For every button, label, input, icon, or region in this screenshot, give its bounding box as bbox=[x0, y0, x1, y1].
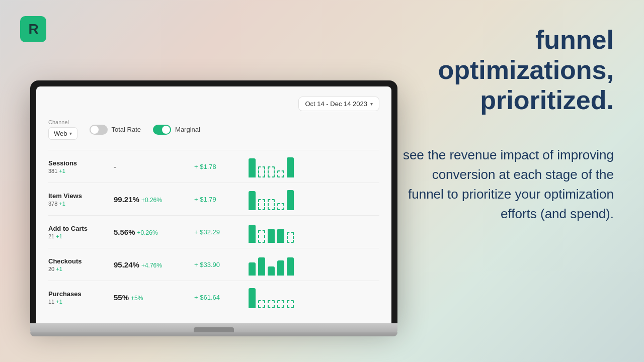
bar bbox=[249, 262, 256, 276]
row-count-delta: +1 bbox=[56, 266, 62, 272]
row-count: 21 +1 bbox=[48, 233, 114, 239]
row-label-item-views: Item Views 378 +1 bbox=[48, 192, 114, 207]
bar bbox=[249, 158, 256, 177]
row-chart-item-views bbox=[245, 188, 379, 210]
bar bbox=[249, 191, 256, 210]
bar bbox=[287, 190, 294, 210]
laptop-foot bbox=[30, 332, 397, 336]
marginal-toggle-group: Marginal bbox=[153, 125, 200, 135]
rate-delta: +0.26% bbox=[141, 197, 162, 204]
row-label-add-to-carts: Add to Carts 21 +1 bbox=[48, 225, 114, 239]
table-row: Sessions 381 +1 - + $1.78 bbox=[48, 150, 379, 183]
row-chart-add-to-carts bbox=[245, 221, 379, 243]
row-name: Add to Carts bbox=[48, 225, 114, 232]
row-chart-checkouts bbox=[245, 253, 379, 276]
bar bbox=[287, 257, 294, 276]
date-range-label: Oct 14 - Dec 14 2023 bbox=[305, 100, 367, 108]
table-row: Purchases 11 +1 55%+5% + $61.64 bbox=[48, 281, 379, 313]
row-name: Purchases bbox=[48, 290, 114, 298]
row-revenue: + $61.64 bbox=[194, 294, 245, 301]
row-label-sessions: Sessions 381 +1 bbox=[48, 159, 114, 174]
bar-dashed bbox=[277, 300, 284, 308]
bar-dashed bbox=[287, 300, 294, 308]
funnel-table: Sessions 381 +1 - + $1.78 bbox=[48, 150, 379, 313]
bar bbox=[258, 257, 265, 276]
bar-dashed bbox=[268, 199, 275, 210]
bar bbox=[268, 229, 275, 243]
hero-title: funnel optimizations, prioritized. bbox=[397, 25, 614, 115]
rate-delta: +0.26% bbox=[137, 229, 158, 236]
channel-chevron-icon: ▾ bbox=[69, 131, 72, 136]
bar bbox=[277, 260, 284, 276]
total-rate-label: Total Rate bbox=[112, 126, 141, 133]
bar-dashed bbox=[277, 170, 284, 177]
table-row: Item Views 378 +1 99.21%+0.26% + $1.79 bbox=[48, 183, 379, 215]
table-row: Checkouts 20 +1 95.24%+4.76% + $33.90 bbox=[48, 248, 379, 281]
bar-dashed bbox=[258, 300, 265, 308]
channel-value: Web bbox=[54, 130, 67, 137]
row-count-delta: +1 bbox=[56, 299, 62, 305]
table-row: Add to Carts 21 +1 5.56%+0.26% + $32.29 bbox=[48, 215, 379, 248]
bar bbox=[249, 225, 256, 243]
row-rate: 5.56%+0.26% bbox=[114, 228, 194, 236]
row-count-delta: +1 bbox=[56, 233, 62, 239]
bar-dashed bbox=[287, 232, 294, 243]
bar-dashed bbox=[277, 203, 284, 210]
row-rate: 55%+5% bbox=[114, 293, 194, 302]
laptop-notch bbox=[194, 327, 234, 332]
row-name: Checkouts bbox=[48, 257, 114, 265]
row-count: 20 +1 bbox=[48, 266, 114, 272]
bar-dashed bbox=[258, 230, 265, 243]
laptop-mockup: Oct 14 - Dec 14 2023 ▾ Channel Web ▾ bbox=[30, 80, 397, 336]
marginal-label: Marginal bbox=[175, 126, 200, 133]
channel-label: Channel bbox=[48, 119, 77, 125]
row-revenue: + $1.78 bbox=[194, 163, 245, 170]
total-rate-toggle-group: Total Rate bbox=[90, 125, 141, 135]
hero-subtitle: see the revenue impact of improving conv… bbox=[397, 145, 614, 224]
bar bbox=[277, 229, 284, 243]
row-count: 11 +1 bbox=[48, 299, 114, 305]
row-count: 378 +1 bbox=[48, 201, 114, 207]
laptop-base bbox=[30, 323, 397, 332]
row-rate: 99.21%+0.26% bbox=[114, 195, 194, 204]
bar-dashed bbox=[258, 166, 265, 177]
marginal-toggle[interactable] bbox=[153, 125, 171, 135]
topbar: Oct 14 - Dec 14 2023 ▾ bbox=[48, 97, 379, 111]
controls-row: Channel Web ▾ Total Rate Marginal bbox=[48, 119, 379, 140]
bar bbox=[287, 157, 294, 177]
bar bbox=[249, 288, 256, 308]
row-revenue: + $33.90 bbox=[194, 261, 245, 268]
bar-dashed bbox=[268, 300, 275, 308]
row-revenue: + $32.29 bbox=[194, 228, 245, 236]
rate-dash: - bbox=[114, 163, 116, 171]
row-count-delta: +1 bbox=[59, 168, 65, 174]
row-rate: 95.24%+4.76% bbox=[114, 260, 194, 269]
bar-dashed bbox=[268, 166, 275, 177]
row-name: Item Views bbox=[48, 192, 114, 200]
row-count: 381 +1 bbox=[48, 168, 114, 174]
bar-dashed bbox=[258, 199, 265, 210]
row-chart-purchases bbox=[245, 286, 379, 308]
row-rate: - bbox=[114, 162, 194, 171]
dashboard-container: Oct 14 - Dec 14 2023 ▾ Channel Web ▾ bbox=[36, 86, 391, 323]
app-logo[interactable]: R bbox=[20, 16, 46, 42]
date-picker[interactable]: Oct 14 - Dec 14 2023 ▾ bbox=[298, 97, 379, 111]
laptop-screen: Oct 14 - Dec 14 2023 ▾ Channel Web ▾ bbox=[30, 80, 397, 323]
channel-control: Channel Web ▾ bbox=[48, 119, 77, 140]
row-name: Sessions bbox=[48, 159, 114, 167]
bar bbox=[268, 266, 275, 276]
row-chart-sessions bbox=[245, 155, 379, 177]
date-chevron-icon: ▾ bbox=[370, 101, 373, 107]
hero-section: funnel optimizations, prioritized. see t… bbox=[397, 25, 614, 224]
total-rate-toggle[interactable] bbox=[90, 125, 108, 135]
row-revenue: + $1.79 bbox=[194, 196, 245, 203]
row-label-purchases: Purchases 11 +1 bbox=[48, 290, 114, 305]
logo-letter: R bbox=[28, 21, 38, 37]
dashboard-content: Oct 14 - Dec 14 2023 ▾ Channel Web ▾ bbox=[36, 86, 391, 323]
rate-delta: +4.76% bbox=[141, 262, 162, 269]
channel-dropdown[interactable]: Web ▾ bbox=[48, 127, 77, 140]
rate-delta: +5% bbox=[131, 295, 143, 302]
row-label-checkouts: Checkouts 20 +1 bbox=[48, 257, 114, 272]
row-count-delta: +1 bbox=[59, 201, 65, 207]
